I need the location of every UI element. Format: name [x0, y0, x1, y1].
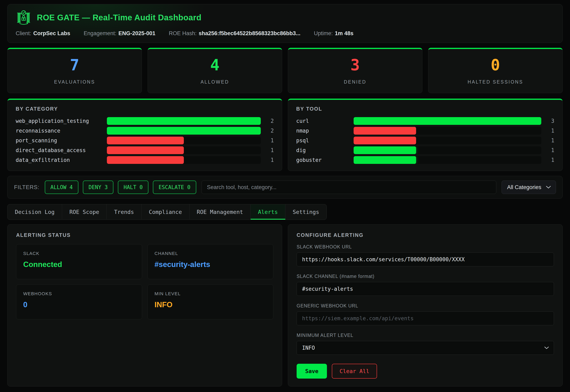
status-card-slack: SLACKConnected — [16, 244, 142, 279]
min-level-select[interactable]: INFO — [297, 341, 554, 355]
panel-title: BY TOOL — [296, 106, 554, 112]
bar-row-direct-database-access: direct_database_access1 — [16, 146, 274, 154]
bar-label: reconnaissance — [16, 128, 101, 134]
tab-alerts[interactable]: Alerts — [251, 204, 285, 220]
bar-fill — [107, 137, 184, 144]
slack-channel-input[interactable] — [297, 282, 554, 296]
panel-title: BY CATEGORY — [16, 106, 274, 112]
bar-fill — [354, 117, 541, 125]
bar-row-reconnaissance: reconnaissance2 — [16, 127, 274, 135]
bar-track — [107, 127, 261, 135]
status-card-webhooks: WEBHOOKS0 — [16, 284, 142, 319]
filter-button-deny[interactable]: DENY 3 — [83, 181, 113, 194]
status-card-channel: CHANNEL#security-alerts — [147, 244, 273, 279]
bar-label: gobuster — [296, 157, 347, 163]
status-cards-grid: SLACKConnectedCHANNEL#security-alertsWEB… — [16, 244, 273, 319]
bar-label: direct_database_access — [16, 147, 101, 153]
clear-all-button[interactable]: Clear All — [332, 364, 377, 378]
bar-count: 2 — [267, 128, 274, 134]
meta-label: Uptime: — [314, 30, 333, 36]
bar-track — [354, 156, 541, 164]
generic-webhook-url-input[interactable] — [297, 311, 554, 325]
bar-label: curl — [296, 118, 347, 124]
slack-webhook-url-input[interactable] — [297, 252, 554, 266]
bar-row-port-scanning: port_scanning1 — [16, 137, 274, 144]
category-select-wrap: All Categories — [502, 181, 556, 194]
bar-fill — [107, 146, 184, 154]
stat-value: 4 — [210, 57, 220, 73]
bar-label: data_exfiltration — [16, 157, 101, 163]
field-label-slack-channel: SLACK CHANNEL (#name format) — [297, 274, 554, 279]
bar-label: nmap — [296, 128, 347, 134]
bar-track — [354, 127, 541, 135]
status-card-label: MIN LEVEL — [154, 291, 266, 296]
bar-row-curl: curl3 — [296, 117, 554, 125]
bar-fill — [107, 156, 184, 164]
bar-track — [354, 117, 541, 125]
bar-fill — [354, 146, 416, 154]
bar-count: 2 — [267, 118, 274, 124]
meta-value: CorpSec Labs — [33, 30, 70, 36]
header-meta: Client:CorpSec LabsEngagement:ENG-2025-0… — [16, 30, 554, 37]
tab-compliance[interactable]: Compliance — [141, 204, 190, 220]
bar-label: port_scanning — [16, 138, 101, 143]
field-label-slack-webhook-url: SLACK WEBHOOK URL — [297, 244, 554, 250]
meta-label: ROE Hash: — [169, 30, 197, 36]
stat-value: 0 — [491, 57, 500, 73]
filters-label: FILTERS: — [14, 184, 40, 191]
bar-count: 1 — [547, 147, 554, 153]
meta-label: Client: — [16, 30, 31, 36]
filters-bar: FILTERS: ALLOW 4DENY 3HALT 0ESCALATE 0 A… — [7, 176, 563, 199]
meta-value: sha256:f5bec64522b8568323bc86bb3... — [199, 30, 300, 36]
stats-row: 7EVALUATIONS4ALLOWED3DENIED0HALTED SESSI… — [7, 48, 563, 93]
save-button[interactable]: Save — [297, 364, 327, 378]
stat-label: DENIED — [344, 79, 366, 85]
tab-roe-scope[interactable]: ROE Scope — [62, 204, 107, 220]
filter-button-allow[interactable]: ALLOW 4 — [45, 181, 79, 194]
bar-row-dig: dig1 — [296, 146, 554, 154]
meta-item-roe-hash: ROE Hash:sha256:f5bec64522b8568323bc86bb… — [169, 30, 300, 37]
meta-value: 1m 48s — [335, 30, 354, 36]
page-title: ROE GATE — Real-Time Audit Dashboard — [37, 13, 201, 22]
bar-track — [354, 146, 541, 154]
status-card-label: CHANNEL — [154, 251, 266, 256]
configure-fields: SLACK WEBHOOK URLSLACK CHANNEL (#name fo… — [297, 244, 554, 355]
bar-label: dig — [296, 147, 347, 153]
bar-count: 3 — [547, 118, 554, 124]
filter-button-halt[interactable]: HALT 0 — [118, 181, 149, 194]
alerting-status-panel: ALERTING STATUS SLACKConnectedCHANNEL#se… — [7, 224, 282, 387]
panel-title: ALERTING STATUS — [16, 232, 273, 238]
bar-count: 1 — [547, 157, 554, 163]
bar-row-web-application-testing: web_application_testing2 — [16, 117, 274, 125]
by-tool-bars: curl3nmap1psql1dig1gobuster1 — [296, 117, 554, 164]
bar-count: 1 — [267, 157, 274, 163]
by-tool-panel: BY TOOL curl3nmap1psql1dig1gobuster1 — [288, 98, 563, 171]
tab-roe-management[interactable]: ROE Management — [190, 204, 251, 220]
stat-value: 7 — [70, 57, 79, 73]
stat-card-halted-sessions: 0HALTED SESSIONS — [428, 48, 563, 93]
stat-label: ALLOWED — [200, 79, 229, 85]
stat-card-evaluations: 7EVALUATIONS — [7, 48, 142, 93]
page-root: ROE GATE — Real-Time Audit Dashboard Cli… — [0, 0, 570, 392]
bar-fill — [107, 127, 261, 135]
search-input[interactable] — [202, 181, 496, 194]
app-header: ROE GATE — Real-Time Audit Dashboard Cli… — [7, 4, 563, 43]
tab-settings[interactable]: Settings — [285, 204, 327, 220]
meta-value: ENG-2025-001 — [119, 30, 155, 36]
bar-row-nmap: nmap1 — [296, 127, 554, 135]
configure-alerting-panel: CONFIGURE ALERTING SLACK WEBHOOK URLSLAC… — [288, 224, 563, 387]
bar-row-psql: psql1 — [296, 137, 554, 144]
filter-buttons: ALLOW 4DENY 3HALT 0ESCALATE 0 — [45, 181, 196, 194]
bar-count: 1 — [547, 128, 554, 134]
stat-card-allowed: 4ALLOWED — [148, 48, 282, 93]
meta-item-engagement: Engagement:ENG-2025-001 — [84, 30, 155, 37]
tab-decision-log[interactable]: Decision Log — [8, 204, 62, 220]
tab-trends[interactable]: Trends — [107, 204, 141, 220]
stat-label: HALTED SESSIONS — [468, 79, 523, 85]
filter-button-escalate[interactable]: ESCALATE 0 — [153, 181, 196, 194]
status-card-value: #security-alerts — [154, 260, 266, 269]
status-card-value: Connected — [23, 260, 135, 269]
meta-label: Engagement: — [84, 30, 117, 36]
field-label-generic-webhook-url: GENERIC WEBHOOK URL — [297, 303, 554, 309]
category-select[interactable]: All Categories — [502, 181, 556, 194]
